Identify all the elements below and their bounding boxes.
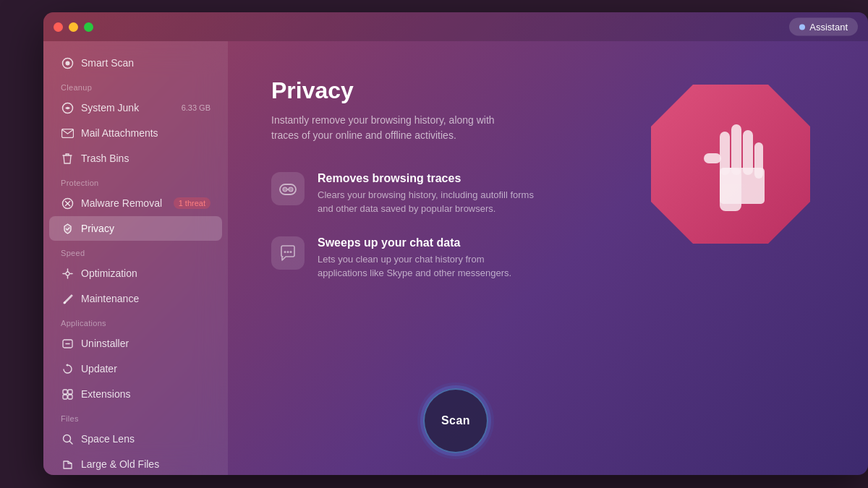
sidebar-item-smart-scan[interactable]: Smart Scan [49, 51, 222, 75]
cleanup-section-label: Cleanup [43, 76, 228, 95]
space-lens-icon [61, 432, 74, 445]
space-lens-label: Space Lens [81, 433, 210, 445]
updater-label: Updater [81, 363, 210, 374]
sidebar: Smart Scan Cleanup System Junk 6.33 GB M… [43, 41, 228, 475]
uninstaller-label: Uninstaller [81, 338, 210, 349]
large-old-files-icon [61, 458, 74, 471]
system-junk-icon [61, 101, 74, 114]
sidebar-item-malware-removal[interactable]: Malware Removal 1 threat [49, 191, 222, 215]
system-junk-size: 6.33 GB [182, 103, 210, 112]
title-bar: Assistant [43, 12, 868, 41]
sidebar-item-system-junk[interactable]: System Junk 6.33 GB [49, 95, 222, 120]
chat-icon [278, 244, 297, 262]
extensions-label: Extensions [81, 388, 210, 400]
mail-icon [61, 127, 74, 140]
maintenance-label: Maintenance [81, 293, 210, 304]
privacy-icon [61, 222, 74, 235]
browsing-traces-text: Removes browsing traces Clears your brow… [318, 172, 535, 216]
svg-rect-37 [704, 153, 721, 163]
scan-button[interactable]: Scan [423, 388, 488, 453]
smart-scan-label: Smart Scan [81, 57, 210, 69]
extensions-icon [61, 388, 74, 401]
browsing-traces-desc: Clears your browsing history, including … [318, 189, 535, 216]
speed-section-label: Speed [43, 241, 228, 260]
maintenance-icon [61, 292, 74, 305]
files-section-label: Files [43, 407, 228, 426]
assistant-dot-icon [799, 24, 805, 30]
svg-point-30 [287, 251, 289, 253]
smart-scan-icon [61, 56, 74, 69]
mail-attachments-label: Mail Attachments [81, 127, 210, 139]
svg-rect-16 [68, 390, 72, 394]
sidebar-item-updater[interactable]: Updater [49, 356, 222, 381]
svg-rect-38 [720, 168, 765, 204]
svg-point-29 [284, 251, 286, 253]
protection-section-label: Protection [43, 171, 228, 190]
assistant-label: Assistant [809, 22, 848, 33]
chat-data-desc: Lets you clean up your chat history from… [318, 253, 535, 281]
uninstaller-icon [61, 337, 74, 350]
browsing-traces-icon-wrap [271, 172, 305, 205]
mask-icon [278, 179, 297, 198]
applications-section-label: Applications [43, 312, 228, 330]
large-old-files-label: Large & Old Files [81, 458, 210, 470]
svg-point-1 [65, 61, 69, 65]
browsing-traces-title: Removes browsing traces [318, 172, 535, 185]
sidebar-item-trash-bins[interactable]: Trash Bins [49, 146, 222, 171]
minimize-button[interactable] [69, 22, 78, 32]
updater-icon [61, 362, 74, 375]
sidebar-item-uninstaller[interactable]: Uninstaller [49, 331, 222, 356]
sidebar-item-large-old-files[interactable]: Large & Old Files [49, 452, 222, 475]
scan-button-wrap: Scan [423, 388, 488, 453]
maximize-button[interactable] [84, 22, 93, 32]
sidebar-item-optimization[interactable]: Optimization [49, 261, 222, 286]
svg-rect-18 [68, 395, 72, 399]
privacy-label: Privacy [81, 223, 210, 234]
page-subtitle: Instantly remove your browsing history, … [271, 113, 517, 143]
optimization-icon [61, 267, 74, 280]
privacy-hero-icon [637, 70, 825, 258]
app-window: Assistant Smart Scan Cleanup Syst [43, 12, 868, 475]
sidebar-item-maintenance[interactable]: Maintenance [49, 286, 222, 311]
traffic-lights [54, 22, 93, 32]
svg-point-27 [289, 187, 293, 192]
sidebar-item-mail-attachments[interactable]: Mail Attachments [49, 121, 222, 145]
svg-point-26 [283, 187, 287, 192]
trash-bins-label: Trash Bins [81, 153, 210, 164]
malware-threat-badge: 1 threat [174, 197, 210, 209]
assistant-button[interactable]: Assistant [789, 18, 858, 36]
sidebar-item-extensions[interactable]: Extensions [49, 382, 222, 406]
chat-data-icon-wrap [271, 236, 305, 270]
chat-data-text: Sweeps up your chat data Lets you clean … [318, 236, 535, 281]
chat-data-title: Sweeps up your chat data [318, 236, 535, 249]
svg-point-12 [64, 301, 66, 304]
malware-icon [61, 197, 74, 210]
system-junk-label: System Junk [81, 102, 174, 114]
svg-line-20 [69, 441, 72, 444]
svg-rect-17 [63, 395, 67, 399]
sidebar-item-space-lens[interactable]: Space Lens [49, 427, 222, 451]
scan-label: Scan [441, 414, 470, 427]
close-button[interactable] [54, 22, 63, 32]
svg-point-11 [66, 272, 69, 275]
svg-rect-15 [63, 390, 67, 394]
svg-rect-34 [731, 124, 741, 175]
malware-removal-label: Malware Removal [81, 197, 166, 209]
trash-icon [61, 152, 74, 165]
svg-point-31 [290, 251, 292, 253]
optimization-label: Optimization [81, 267, 210, 279]
sidebar-item-privacy[interactable]: Privacy [49, 216, 222, 241]
